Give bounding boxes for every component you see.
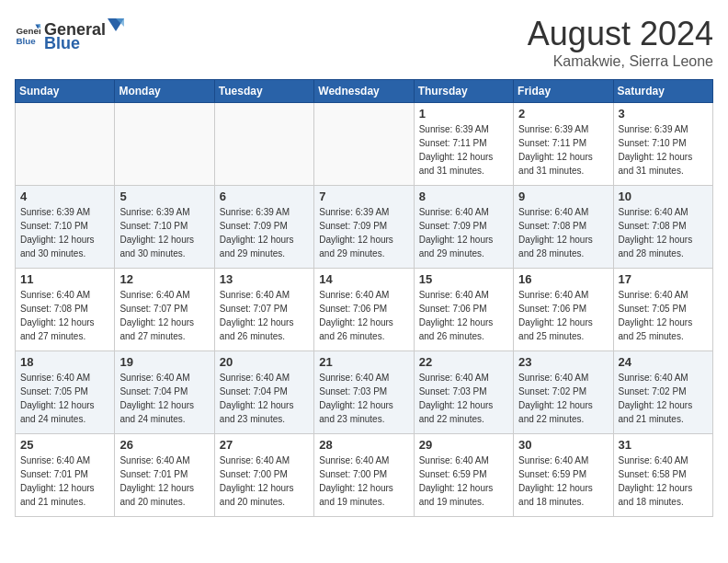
day-number: 4 (20, 190, 109, 203)
calendar-day-cell: 6Sunrise: 6:39 AM Sunset: 7:09 PM Daylig… (214, 186, 313, 269)
calendar-header-sunday: Sunday (16, 80, 115, 103)
day-number: 9 (518, 190, 608, 203)
day-info: Sunrise: 6:40 AM Sunset: 7:04 PM Dayligh… (220, 371, 309, 426)
calendar-day-cell: 7Sunrise: 6:39 AM Sunset: 7:09 PM Daylig… (314, 186, 414, 269)
day-info: Sunrise: 6:40 AM Sunset: 7:07 PM Dayligh… (220, 288, 309, 343)
calendar-header-row: SundayMondayTuesdayWednesdayThursdayFrid… (16, 80, 713, 103)
day-number: 15 (419, 272, 508, 286)
calendar-day-cell: 8Sunrise: 6:40 AM Sunset: 7:09 PM Daylig… (414, 186, 513, 269)
calendar-day-cell: 10Sunrise: 6:40 AM Sunset: 7:08 PM Dayli… (613, 186, 712, 269)
day-info: Sunrise: 6:40 AM Sunset: 6:59 PM Dayligh… (419, 454, 508, 509)
day-number: 16 (518, 272, 608, 286)
day-info: Sunrise: 6:40 AM Sunset: 7:05 PM Dayligh… (619, 288, 708, 343)
day-number: 21 (319, 355, 408, 369)
day-number: 30 (518, 438, 608, 452)
day-number: 19 (119, 355, 209, 369)
calendar-day-cell: 27Sunrise: 6:40 AM Sunset: 7:00 PM Dayli… (214, 434, 313, 517)
day-number: 5 (119, 190, 209, 203)
day-number: 24 (619, 355, 708, 369)
calendar-day-cell: 5Sunrise: 6:39 AM Sunset: 7:10 PM Daylig… (115, 186, 214, 269)
day-info: Sunrise: 6:40 AM Sunset: 7:08 PM Dayligh… (518, 205, 608, 260)
day-number: 31 (619, 438, 708, 452)
day-info: Sunrise: 6:40 AM Sunset: 7:08 PM Dayligh… (20, 288, 109, 343)
calendar-day-cell: 14Sunrise: 6:40 AM Sunset: 7:06 PM Dayli… (314, 269, 414, 351)
calendar-day-cell: 4Sunrise: 6:39 AM Sunset: 7:10 PM Daylig… (16, 186, 115, 269)
day-info: Sunrise: 6:40 AM Sunset: 7:02 PM Dayligh… (518, 371, 608, 426)
day-info: Sunrise: 6:39 AM Sunset: 7:11 PM Dayligh… (419, 122, 508, 178)
day-number: 26 (119, 438, 209, 452)
day-info: Sunrise: 6:40 AM Sunset: 7:00 PM Dayligh… (220, 454, 309, 509)
calendar-day-cell: 19Sunrise: 6:40 AM Sunset: 7:04 PM Dayli… (115, 351, 214, 434)
day-info: Sunrise: 6:40 AM Sunset: 6:59 PM Dayligh… (518, 454, 608, 509)
day-info: Sunrise: 6:40 AM Sunset: 7:03 PM Dayligh… (419, 371, 508, 426)
calendar-week-row: 25Sunrise: 6:40 AM Sunset: 7:01 PM Dayli… (16, 434, 713, 517)
calendar-header-wednesday: Wednesday (314, 80, 414, 103)
day-info: Sunrise: 6:40 AM Sunset: 7:07 PM Dayligh… (119, 288, 209, 343)
calendar-day-cell: 21Sunrise: 6:40 AM Sunset: 7:03 PM Dayli… (314, 351, 414, 434)
day-number: 25 (20, 438, 109, 452)
day-info: Sunrise: 6:39 AM Sunset: 7:11 PM Dayligh… (518, 122, 608, 178)
calendar-header-thursday: Thursday (414, 80, 513, 103)
calendar-day-cell: 23Sunrise: 6:40 AM Sunset: 7:02 PM Dayli… (514, 351, 613, 434)
day-info: Sunrise: 6:40 AM Sunset: 7:01 PM Dayligh… (20, 454, 109, 509)
calendar-day-cell: 16Sunrise: 6:40 AM Sunset: 7:06 PM Dayli… (514, 269, 613, 351)
calendar-week-row: 18Sunrise: 6:40 AM Sunset: 7:05 PM Dayli… (16, 351, 713, 434)
day-number: 27 (220, 438, 309, 452)
day-info: Sunrise: 6:40 AM Sunset: 7:04 PM Dayligh… (119, 371, 209, 426)
calendar-day-cell: 17Sunrise: 6:40 AM Sunset: 7:05 PM Dayli… (613, 269, 712, 351)
day-number: 18 (20, 355, 109, 369)
calendar-day-cell (214, 103, 313, 186)
day-number: 29 (419, 438, 508, 452)
calendar-day-cell: 29Sunrise: 6:40 AM Sunset: 6:59 PM Dayli… (414, 434, 513, 517)
calendar-day-cell: 24Sunrise: 6:40 AM Sunset: 7:02 PM Dayli… (613, 351, 712, 434)
day-number: 13 (220, 272, 309, 286)
day-number: 3 (619, 107, 708, 121)
day-info: Sunrise: 6:39 AM Sunset: 7:10 PM Dayligh… (119, 205, 209, 260)
page-header: General Blue General Blue August 2024 Ka… (15, 15, 713, 70)
svg-text:Blue: Blue (16, 36, 36, 46)
day-info: Sunrise: 6:40 AM Sunset: 7:03 PM Dayligh… (319, 371, 408, 426)
day-number: 28 (319, 438, 408, 452)
calendar-header-saturday: Saturday (613, 80, 712, 103)
logo: General Blue General Blue (15, 15, 126, 53)
calendar-day-cell (115, 103, 214, 186)
day-info: Sunrise: 6:40 AM Sunset: 7:02 PM Dayligh… (619, 371, 708, 426)
day-number: 17 (619, 272, 708, 286)
calendar-header-friday: Friday (514, 80, 613, 103)
calendar-day-cell: 31Sunrise: 6:40 AM Sunset: 6:58 PM Dayli… (613, 434, 712, 517)
location-subtitle: Kamakwie, Sierra Leone (528, 53, 713, 70)
title-block: August 2024 Kamakwie, Sierra Leone (528, 15, 713, 70)
calendar-day-cell: 2Sunrise: 6:39 AM Sunset: 7:11 PM Daylig… (514, 103, 613, 186)
calendar-day-cell: 3Sunrise: 6:39 AM Sunset: 7:10 PM Daylig… (613, 103, 712, 186)
day-info: Sunrise: 6:40 AM Sunset: 7:06 PM Dayligh… (319, 288, 408, 343)
day-number: 11 (20, 272, 109, 286)
month-year-title: August 2024 (528, 15, 713, 53)
calendar-day-cell: 13Sunrise: 6:40 AM Sunset: 7:07 PM Dayli… (214, 269, 313, 351)
calendar-day-cell: 26Sunrise: 6:40 AM Sunset: 7:01 PM Dayli… (115, 434, 214, 517)
day-info: Sunrise: 6:40 AM Sunset: 7:05 PM Dayligh… (20, 371, 109, 426)
day-number: 7 (319, 190, 408, 203)
day-number: 2 (518, 107, 608, 121)
day-info: Sunrise: 6:39 AM Sunset: 7:10 PM Dayligh… (619, 122, 708, 178)
day-number: 10 (619, 190, 708, 203)
day-info: Sunrise: 6:39 AM Sunset: 7:09 PM Dayligh… (220, 205, 309, 260)
day-number: 8 (419, 190, 508, 203)
day-number: 20 (220, 355, 309, 369)
svg-text:General: General (16, 26, 40, 36)
calendar-week-row: 11Sunrise: 6:40 AM Sunset: 7:08 PM Dayli… (16, 269, 713, 351)
day-info: Sunrise: 6:39 AM Sunset: 7:10 PM Dayligh… (20, 205, 109, 260)
calendar-day-cell: 11Sunrise: 6:40 AM Sunset: 7:08 PM Dayli… (16, 269, 115, 351)
calendar-header-monday: Monday (115, 80, 214, 103)
day-info: Sunrise: 6:39 AM Sunset: 7:09 PM Dayligh… (319, 205, 408, 260)
day-info: Sunrise: 6:40 AM Sunset: 7:09 PM Dayligh… (419, 205, 508, 260)
calendar-day-cell: 25Sunrise: 6:40 AM Sunset: 7:01 PM Dayli… (16, 434, 115, 517)
day-number: 1 (419, 107, 508, 121)
calendar-week-row: 4Sunrise: 6:39 AM Sunset: 7:10 PM Daylig… (16, 186, 713, 269)
calendar-day-cell: 18Sunrise: 6:40 AM Sunset: 7:05 PM Dayli… (16, 351, 115, 434)
day-info: Sunrise: 6:40 AM Sunset: 7:06 PM Dayligh… (518, 288, 608, 343)
calendar-day-cell (314, 103, 414, 186)
day-info: Sunrise: 6:40 AM Sunset: 7:01 PM Dayligh… (119, 454, 209, 509)
calendar-day-cell: 22Sunrise: 6:40 AM Sunset: 7:03 PM Dayli… (414, 351, 513, 434)
day-number: 12 (119, 272, 209, 286)
calendar-day-cell: 1Sunrise: 6:39 AM Sunset: 7:11 PM Daylig… (414, 103, 513, 186)
